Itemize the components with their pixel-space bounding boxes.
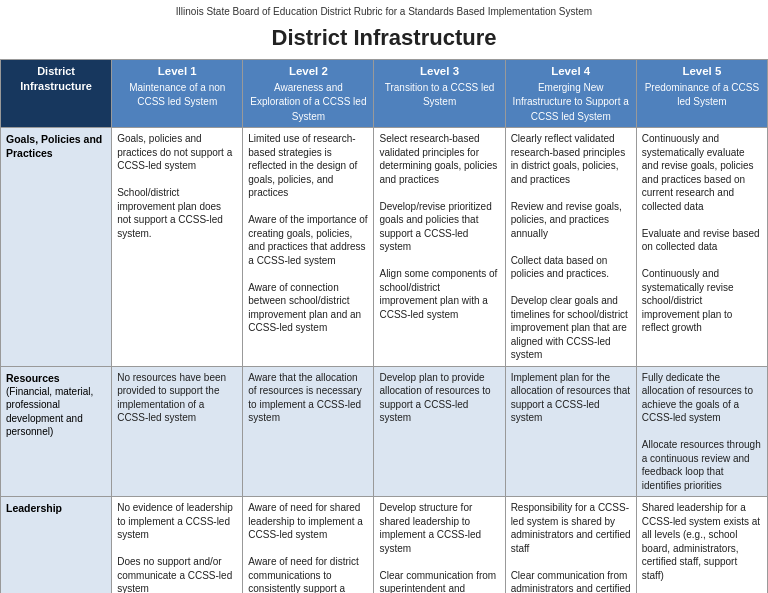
resources-level3: Develop plan to provide allocation of re… xyxy=(374,366,505,497)
col-header-level3: Level 3 Transition to a CCSS led System xyxy=(374,60,505,128)
resources-level5: Fully dedicate the allocation of resourc… xyxy=(636,366,767,497)
row-header-resources: Resources (Financial, material, professi… xyxy=(1,366,112,497)
resources-level1: No resources have been provided to suppo… xyxy=(112,366,243,497)
goals-level1: Goals, policies and practices do not sup… xyxy=(112,128,243,367)
page-header: Illinois State Board of Education Distri… xyxy=(0,0,768,59)
leadership-level2: Aware of need for shared leadership to i… xyxy=(243,497,374,593)
col-header-district: DistrictInfrastructure xyxy=(1,60,112,128)
leadership-level3: Develop structure for shared leadership … xyxy=(374,497,505,593)
resources-level2: Aware that the allocation of resources i… xyxy=(243,366,374,497)
table-row: Leadership No evidence of leadership to … xyxy=(1,497,768,593)
leadership-level4: Responsibility for a CCSS-led system is … xyxy=(505,497,636,593)
table-row: Goals, Policies and Practices Goals, pol… xyxy=(1,128,768,367)
goals-level2: Limited use of research-based strategies… xyxy=(243,128,374,367)
row-header-goals: Goals, Policies and Practices xyxy=(1,128,112,367)
leadership-level1: No evidence of leadership to implement a… xyxy=(112,497,243,593)
resources-level4: Implement plan for the allocation of res… xyxy=(505,366,636,497)
goals-level5: Continuously and systematically evaluate… xyxy=(636,128,767,367)
table-row: Resources (Financial, material, professi… xyxy=(1,366,768,497)
goals-level3: Select research-based validated principl… xyxy=(374,128,505,367)
rubric-table: DistrictInfrastructure Level 1 Maintenan… xyxy=(0,59,768,593)
row-header-leadership: Leadership xyxy=(1,497,112,593)
page-title: District Infrastructure xyxy=(0,19,768,59)
col-header-level1: Level 1 Maintenance of a non CCSS led Sy… xyxy=(112,60,243,128)
leadership-level5: Shared leadership for a CCSS-led system … xyxy=(636,497,767,593)
col-header-level5: Level 5 Predominance of a CCSS led Syste… xyxy=(636,60,767,128)
col-header-level2: Level 2 Awareness and Exploration of a C… xyxy=(243,60,374,128)
col-header-level4: Level 4 Emerging New Infrastructure to S… xyxy=(505,60,636,128)
goals-level4: Clearly reflect validated research-based… xyxy=(505,128,636,367)
